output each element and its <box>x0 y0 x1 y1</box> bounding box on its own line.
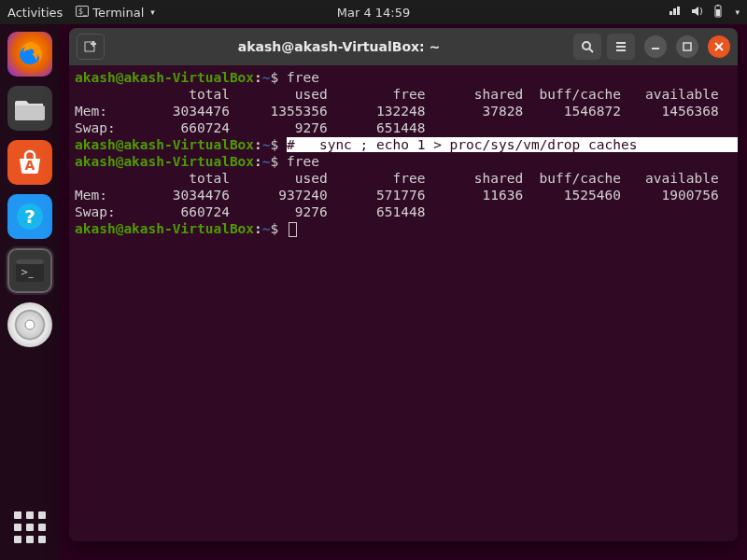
hamburger-icon <box>614 40 627 53</box>
terminal-cursor <box>289 222 297 237</box>
ubuntu-dock: A ? >_ <box>0 24 60 560</box>
dock-help[interactable]: ? <box>7 194 52 239</box>
search-icon <box>581 40 594 53</box>
cmd-free-1: free <box>287 70 319 85</box>
svg-text:$_: $_ <box>78 7 88 16</box>
apps-grid-icon <box>10 508 49 547</box>
app-menu[interactable]: $_ Terminal ▾ <box>76 6 154 20</box>
hamburger-menu-button[interactable] <box>607 34 635 60</box>
free2-mem: Mem: 3034476 937240 571776 11636 1525460… <box>75 188 719 203</box>
new-tab-icon <box>83 39 98 54</box>
free2-header: total used free shared buff/cache availa… <box>75 171 719 186</box>
svg-text:A: A <box>25 158 35 173</box>
window-titlebar[interactable]: akash@akash-VirtualBox: ~ <box>69 28 738 65</box>
dock-disk[interactable] <box>7 302 52 347</box>
free1-swap: Swap: 660724 9276 651448 <box>75 120 425 135</box>
maximize-icon <box>683 42 692 51</box>
prompt-user: akash <box>75 70 116 85</box>
svg-rect-4 <box>716 9 720 16</box>
window-title: akash@akash-VirtualBox: ~ <box>110 39 568 54</box>
dock-terminal[interactable]: >_ <box>7 248 52 293</box>
system-tray[interactable]: ▾ <box>669 5 740 21</box>
dock-firefox[interactable] <box>7 32 52 77</box>
new-tab-button[interactable] <box>77 34 105 60</box>
terminal-content[interactable]: akash@akash-VirtualBox:~$ free total use… <box>69 65 738 541</box>
volume-icon <box>691 6 704 20</box>
chevron-down-icon: ▾ <box>150 7 155 17</box>
minimize-button[interactable] <box>644 35 667 58</box>
svg-text:?: ? <box>24 205 35 228</box>
prompt-dollar: $ <box>271 70 279 85</box>
svg-rect-7 <box>15 105 45 120</box>
gnome-topbar: Activities $_ Terminal ▾ Mar 4 14:59 ▾ <box>0 0 747 24</box>
minimize-icon <box>651 42 660 51</box>
network-icon <box>669 6 682 20</box>
chevron-down-icon: ▾ <box>735 7 740 17</box>
terminal-window: akash@akash-VirtualBox: ~ akash@akash-Vi… <box>69 28 738 541</box>
prompt-path: ~ <box>262 70 271 85</box>
app-menu-label: Terminal <box>92 6 144 20</box>
svg-line-19 <box>589 49 593 52</box>
prompt-host: akash-VirtualBox <box>123 70 254 85</box>
free1-header: total used free shared buff/cache availa… <box>75 87 719 102</box>
dock-files[interactable] <box>7 86 52 131</box>
activities-button[interactable]: Activities <box>7 6 63 20</box>
close-icon <box>714 42 724 51</box>
dock-software[interactable]: A <box>7 140 52 185</box>
battery-icon <box>713 5 723 21</box>
clock[interactable]: Mar 4 14:59 <box>337 6 411 20</box>
svg-text:>_: >_ <box>21 267 34 278</box>
svg-point-18 <box>583 42 590 49</box>
svg-rect-5 <box>717 5 719 6</box>
show-applications[interactable] <box>10 508 49 547</box>
search-button[interactable] <box>573 34 601 60</box>
cmd-free-2: free <box>287 154 319 169</box>
free2-swap: Swap: 660724 9276 651448 <box>75 204 425 219</box>
free1-mem: Mem: 3034476 1355356 132248 37828 154687… <box>75 104 719 119</box>
close-button[interactable] <box>708 35 730 58</box>
terminal-icon: $_ <box>76 6 89 20</box>
svg-point-14 <box>25 320 35 329</box>
svg-rect-24 <box>684 43 691 50</box>
cmd-sync-drop-caches: # sync ; echo 1 > proc/sys/vm/drop_cache… <box>287 137 738 152</box>
maximize-button[interactable] <box>676 35 698 58</box>
svg-rect-12 <box>16 259 44 264</box>
prompt-colon: : <box>254 70 262 85</box>
